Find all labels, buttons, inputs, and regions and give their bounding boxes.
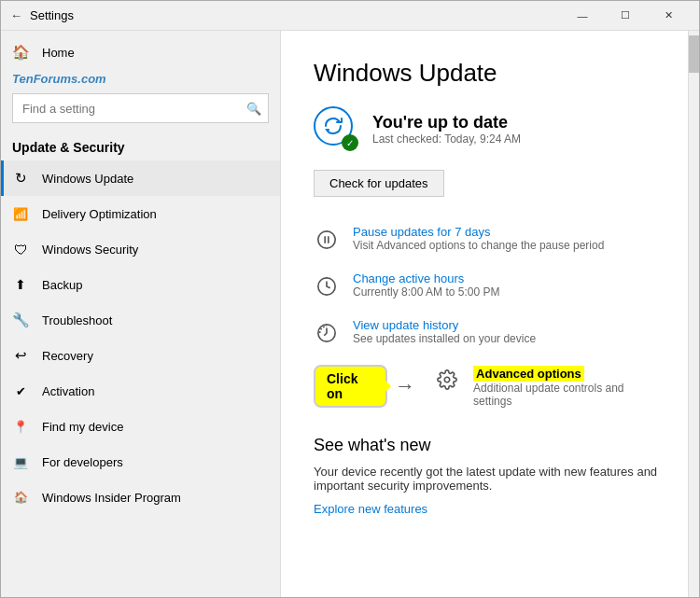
sidebar-item-windows-insider-label: Windows Insider Program xyxy=(42,491,181,505)
see-new-body: Your device recently got the latest upda… xyxy=(314,465,660,493)
sidebar-item-activation-label: Activation xyxy=(42,384,94,398)
update-status: ✓ You're up to date Last checked: Today,… xyxy=(314,106,660,151)
recovery-icon: ↩ xyxy=(12,347,29,364)
scrollbar[interactable] xyxy=(688,31,699,597)
sidebar-item-for-developers-label: For developers xyxy=(42,455,123,469)
sidebar-item-windows-security-label: Windows Security xyxy=(42,243,138,257)
sidebar-item-backup-label: Backup xyxy=(42,278,82,292)
minimize-button[interactable]: — xyxy=(561,1,604,31)
search-icon: 🔍 xyxy=(246,102,261,116)
sidebar-item-windows-update-label: Windows Update xyxy=(42,172,133,186)
windows-update-icon: ↻ xyxy=(12,170,29,187)
active-hours-subtitle: Currently 8:00 AM to 5:00 PM xyxy=(353,285,499,299)
search-box: 🔍 xyxy=(12,93,269,123)
for-developers-icon: 💻 xyxy=(12,453,29,470)
windows-security-icon: 🛡 xyxy=(12,241,29,257)
sidebar-item-home[interactable]: 🏠 Home xyxy=(1,31,280,70)
click-callout-bubble: Click on xyxy=(314,365,387,408)
sidebar-item-delivery-optimization-label: Delivery Optimization xyxy=(42,207,157,221)
home-icon: 🏠 xyxy=(12,44,29,61)
backup-icon: ⬆ xyxy=(12,276,29,293)
sidebar-item-delivery-optimization[interactable]: 📶 Delivery Optimization xyxy=(1,196,280,231)
sidebar-item-troubleshoot[interactable]: 🔧 Troubleshoot xyxy=(1,302,280,338)
sidebar-item-find-my-device-label: Find my device xyxy=(42,420,123,434)
option-pause-updates[interactable]: Pause updates for 7 days Visit Advanced … xyxy=(314,216,660,262)
update-status-text: You're up to date Last checked: Today, 9… xyxy=(372,113,521,146)
clock-icon xyxy=(314,273,340,299)
sidebar-item-home-label: Home xyxy=(42,46,75,60)
sidebar-item-troubleshoot-label: Troubleshoot xyxy=(42,313,112,327)
sidebar-item-windows-security[interactable]: 🛡 Windows Security xyxy=(1,231,280,267)
explore-new-features-link[interactable]: Explore new features xyxy=(314,502,427,516)
section-title: Update & Security xyxy=(1,132,280,160)
sidebar-item-recovery-label: Recovery xyxy=(42,349,93,363)
advanced-options-title: Advanced options xyxy=(473,366,584,382)
view-history-title: View update history xyxy=(353,318,536,332)
advanced-gear-icon xyxy=(434,367,460,393)
see-new-title: See what's new xyxy=(314,436,660,455)
update-check-icon: ✓ xyxy=(342,134,358,151)
find-my-device-icon: 📍 xyxy=(12,418,29,435)
advanced-options-subtitle: Additional update controls and settings xyxy=(473,382,660,408)
svg-point-0 xyxy=(318,231,335,248)
main-content: 🏠 Home TenForums.com 🔍 Update & Security… xyxy=(1,31,699,597)
status-title: You're up to date xyxy=(372,113,521,132)
active-hours-text: Change active hours Currently 8:00 AM to… xyxy=(353,271,499,299)
titlebar-left: ← Settings xyxy=(10,8,74,22)
advanced-options-text: Advanced options Additional update contr… xyxy=(473,365,660,408)
sidebar-item-backup[interactable]: ⬆ Backup xyxy=(1,267,280,302)
status-subtitle: Last checked: Today, 9:24 AM xyxy=(372,132,521,146)
windows-insider-icon: 🏠 xyxy=(12,489,29,506)
pause-updates-subtitle: Visit Advanced options to change the pau… xyxy=(353,239,604,252)
window-title: Settings xyxy=(30,8,74,22)
sidebar-item-windows-insider[interactable]: 🏠 Windows Insider Program xyxy=(1,480,280,515)
delivery-optimization-icon: 📶 xyxy=(12,205,29,222)
scrollbar-thumb[interactable] xyxy=(689,35,699,73)
svg-point-5 xyxy=(444,377,450,382)
maximize-button[interactable]: ☐ xyxy=(604,1,647,31)
titlebar-controls: — ☐ ✕ xyxy=(561,1,690,31)
pause-icon xyxy=(314,227,340,253)
titlebar: ← Settings — ☐ ✕ xyxy=(1,1,699,31)
sidebar-item-windows-update[interactable]: ↻ Windows Update xyxy=(1,160,280,196)
pause-updates-title: Pause updates for 7 days xyxy=(353,225,604,239)
close-button[interactable]: ✕ xyxy=(647,1,690,31)
page-title: Windows Update xyxy=(314,59,660,88)
watermark: TenForums.com xyxy=(1,70,280,93)
sidebar-item-for-developers[interactable]: 💻 For developers xyxy=(1,444,280,480)
pause-updates-text: Pause updates for 7 days Visit Advanced … xyxy=(353,225,604,252)
sidebar: 🏠 Home TenForums.com 🔍 Update & Security… xyxy=(1,31,281,597)
view-history-text: View update history See updates installe… xyxy=(353,318,536,345)
option-advanced[interactable]: Click on → Advanced options Additional u… xyxy=(314,355,660,417)
callout-arrow: → xyxy=(395,374,415,398)
search-input[interactable] xyxy=(12,93,269,123)
view-history-subtitle: See updates installed on your device xyxy=(353,332,536,345)
option-active-hours[interactable]: Change active hours Currently 8:00 AM to… xyxy=(314,262,660,309)
sidebar-item-find-my-device[interactable]: 📍 Find my device xyxy=(1,409,280,444)
activation-icon: ✔ xyxy=(12,382,29,399)
main-panel: Windows Update ✓ You're up to date Last … xyxy=(281,31,688,597)
sidebar-item-activation[interactable]: ✔ Activation xyxy=(1,373,280,409)
history-icon xyxy=(314,320,340,346)
see-whats-new: See what's new Your device recently got … xyxy=(314,436,660,517)
update-status-icon: ✓ xyxy=(314,106,358,151)
sidebar-item-recovery[interactable]: ↩ Recovery xyxy=(1,338,280,373)
active-hours-title: Change active hours xyxy=(353,271,499,285)
back-button[interactable]: ← xyxy=(10,8,22,22)
troubleshoot-icon: 🔧 xyxy=(12,312,29,328)
check-updates-button[interactable]: Check for updates xyxy=(314,170,444,197)
option-view-history[interactable]: View update history See updates installe… xyxy=(314,309,660,355)
settings-window: ← Settings — ☐ ✕ 🏠 Home TenForums.com 🔍 xyxy=(0,0,700,598)
